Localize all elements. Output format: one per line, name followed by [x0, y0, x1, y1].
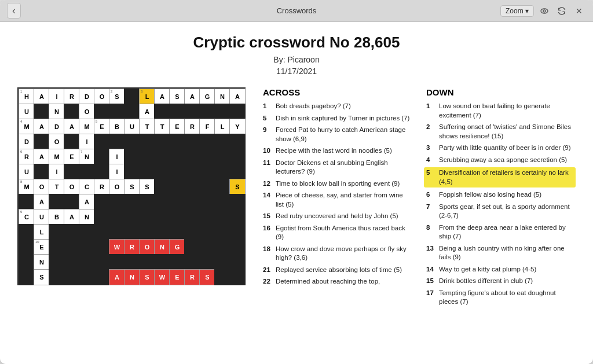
grid-cell[interactable]	[109, 254, 125, 270]
grid-cell[interactable]	[214, 164, 230, 180]
grid-cell[interactable]: A	[154, 89, 170, 105]
grid-cell[interactable]	[184, 149, 200, 165]
grid-cell[interactable]: E	[169, 119, 185, 135]
grid-cell[interactable]	[184, 164, 200, 180]
grid-cell[interactable]	[64, 194, 80, 210]
grid-cell[interactable]: E	[64, 149, 80, 165]
grid-cell[interactable]	[34, 164, 50, 180]
grid-cell[interactable]	[124, 164, 140, 180]
grid-cell[interactable]: M	[49, 149, 65, 165]
grid-cell[interactable]	[169, 224, 185, 240]
grid-cell[interactable]	[229, 224, 246, 240]
across-clue-item[interactable]: 18How crow and dove move perhaps or fly …	[263, 245, 412, 263]
across-clue-item[interactable]: 1Bob dreads pageboy? (7)	[263, 102, 412, 111]
grid-cell[interactable]	[124, 89, 140, 105]
across-clue-item[interactable]: 16Egotist from South America thus raced …	[263, 224, 412, 242]
across-clue-item[interactable]: 22Determined about reaching the top,	[263, 277, 412, 286]
grid-cell[interactable]: L	[214, 119, 230, 135]
grid-cell[interactable]: I	[109, 149, 125, 165]
grid-cell[interactable]: A	[184, 89, 200, 105]
grid-cell[interactable]: B	[109, 119, 125, 135]
grid-cell[interactable]	[79, 164, 95, 180]
grid-cell[interactable]	[124, 224, 140, 240]
grid-cell[interactable]	[139, 164, 155, 180]
grid-cell[interactable]	[184, 224, 200, 240]
grid-cell[interactable]	[154, 179, 170, 195]
grid-cell[interactable]: S	[229, 179, 246, 195]
grid-cell[interactable]	[199, 179, 215, 195]
down-clue-item[interactable]: 4Scrubbing away a sea sponge secretion (…	[426, 156, 576, 165]
grid-cell[interactable]	[139, 149, 155, 165]
down-clue-item[interactable]: 1Low sound on beat failing to generate e…	[426, 102, 576, 120]
grid-cell[interactable]	[49, 224, 65, 240]
grid-cell[interactable]	[94, 254, 110, 270]
grid-cell[interactable]	[49, 239, 65, 255]
down-clue-item[interactable]: 2Suffering onset of 'twisties' and Simon…	[426, 123, 576, 141]
grid-cell[interactable]: S	[124, 179, 140, 195]
grid-cell[interactable]: A	[34, 149, 50, 165]
grid-cell[interactable]: O	[34, 179, 50, 195]
grid-cell[interactable]	[214, 179, 230, 195]
grid-cell[interactable]	[169, 254, 185, 270]
grid-cell[interactable]	[199, 149, 215, 165]
grid-cell[interactable]	[124, 194, 140, 210]
grid-cell[interactable]: N	[124, 269, 140, 285]
grid-cell[interactable]	[229, 209, 246, 225]
grid-cell[interactable]: A	[229, 89, 246, 105]
grid-cell[interactable]: D	[49, 119, 65, 135]
grid-cell[interactable]	[169, 164, 185, 180]
grid-cell[interactable]	[64, 134, 80, 150]
grid-cell[interactable]: O	[139, 239, 155, 255]
grid-cell[interactable]: A	[79, 194, 95, 210]
grid-cell[interactable]: N	[79, 209, 95, 225]
grid-cell[interactable]: S	[139, 179, 155, 195]
grid-cell[interactable]	[79, 254, 95, 270]
grid-cell[interactable]: T	[49, 179, 65, 195]
grid-cell[interactable]	[214, 194, 230, 210]
grid-cell[interactable]	[109, 194, 125, 210]
grid-cell[interactable]: R	[64, 89, 80, 105]
grid-cell[interactable]: I	[49, 89, 65, 105]
grid-cell[interactable]	[94, 269, 110, 285]
across-clue-item[interactable]: 21Replayed service absorbing lots of tim…	[263, 266, 412, 275]
grid-cell[interactable]	[49, 194, 65, 210]
across-clue-item[interactable]: 10Recipe with the last word in noodles (…	[263, 146, 412, 156]
grid-cell[interactable]: A	[139, 104, 155, 120]
eye-button[interactable]	[537, 4, 551, 18]
refresh-button[interactable]	[555, 4, 569, 18]
grid-cell[interactable]	[109, 134, 125, 150]
grid-cell[interactable]	[229, 104, 246, 120]
grid-cell[interactable]	[139, 194, 155, 210]
grid-cell[interactable]	[169, 194, 185, 210]
grid-cell[interactable]: S	[199, 269, 215, 285]
grid-cell[interactable]	[169, 149, 185, 165]
grid-cell[interactable]	[184, 134, 200, 150]
across-clue-item[interactable]: 11Doctor Dickens et al snubbing English …	[263, 159, 412, 177]
grid-cell[interactable]	[19, 254, 35, 270]
grid-cell[interactable]	[199, 104, 215, 120]
grid-cell[interactable]: E	[169, 269, 185, 285]
grid-cell[interactable]: S	[139, 269, 155, 285]
back-button[interactable]: ‹	[7, 3, 21, 19]
zoom-button[interactable]: Zoom ▾	[500, 5, 534, 17]
across-clue-item[interactable]: 12Time to block low ball in sporting eve…	[263, 179, 412, 189]
across-clue-item[interactable]: 9Forced Pat to hurry to catch American s…	[263, 126, 412, 144]
grid-cell[interactable]	[169, 104, 185, 120]
grid-cell[interactable]	[34, 104, 50, 120]
grid-cell[interactable]	[214, 224, 230, 240]
grid-cell[interactable]	[19, 239, 35, 255]
grid-cell[interactable]: R	[124, 239, 140, 255]
grid-cell[interactable]	[154, 134, 170, 150]
grid-cell[interactable]	[199, 134, 215, 150]
grid-cell[interactable]	[139, 209, 155, 225]
grid-cell[interactable]	[64, 224, 80, 240]
grid-cell[interactable]: O	[109, 179, 125, 195]
grid-cell[interactable]: L	[34, 224, 50, 240]
grid-cell[interactable]	[199, 224, 215, 240]
grid-cell[interactable]: 7N	[79, 149, 95, 165]
grid-cell[interactable]: O	[49, 134, 65, 150]
grid-cell[interactable]	[214, 209, 230, 225]
grid-cell[interactable]	[64, 254, 80, 270]
down-clue-item[interactable]: 15Drink bottles different in club (7)	[426, 277, 576, 286]
grid-cell[interactable]	[124, 254, 140, 270]
